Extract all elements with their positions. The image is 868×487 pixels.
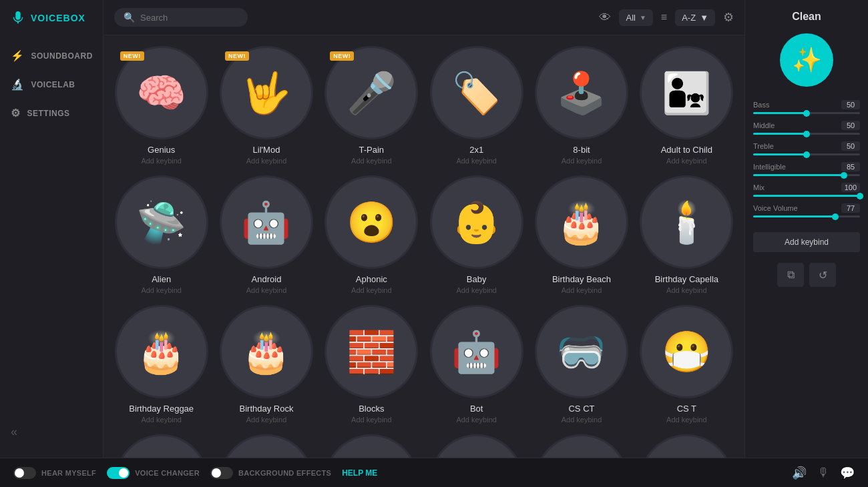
voice-keybind-tpain[interactable]: Add keybind — [351, 157, 392, 165]
voice-card-birthdayrock[interactable]: 🎂Birthday RockAdd keybind — [219, 305, 313, 424]
sidebar: VOICEBOX ⚡ SOUNDBOARD 🔬 VOICELAB ⚙ SETTI… — [0, 0, 103, 458]
voice-card-partial2[interactable]: 🎂 — [219, 434, 313, 458]
voice-card-android[interactable]: 🤖AndroidAdd keybind — [219, 175, 313, 294]
voice-name-blocks: Blocks — [359, 404, 384, 414]
voice-icon-inner-bot: 🤖 — [432, 307, 521, 396]
voice-icon-wrap-2x1: 🏷️ — [430, 46, 523, 139]
slider-label-bass: Bass — [753, 101, 769, 109]
sort-icon: ≡ — [661, 11, 667, 23]
slider-thumb-intelligible[interactable] — [841, 172, 847, 179]
voice-card-baby[interactable]: 👶BabyAdd keybind — [429, 175, 523, 294]
help-link[interactable]: HELP ME — [342, 468, 377, 478]
hear-myself-toggle-group: HEAR MYSELF — [13, 467, 96, 479]
voice-keybind-adulttochild[interactable]: Add keybind — [666, 157, 707, 165]
slider-track-treble[interactable] — [753, 153, 860, 155]
bottom-icons: 🔊 🎙 💬 — [792, 466, 855, 480]
slider-thumb-middle[interactable] — [803, 131, 810, 137]
visibility-icon[interactable]: 👁 — [599, 11, 611, 25]
voice-card-cst[interactable]: 😷CS TAdd keybind — [640, 305, 734, 424]
voice-icon-inner-android: 🤖 — [222, 177, 311, 267]
sort-dropdown[interactable]: A-Z ▼ — [675, 9, 715, 26]
voice-card-adulttochild[interactable]: 👨‍👧Adult to ChildAdd keybind — [640, 46, 734, 165]
slider-label-treble: Treble — [753, 142, 774, 150]
voice-keybind-csct[interactable]: Add keybind — [562, 416, 602, 424]
chat-icon[interactable]: 💬 — [840, 466, 855, 480]
volume-icon[interactable]: 🔊 — [792, 466, 807, 480]
voice-card-8bit[interactable]: 🕹️8-bitAdd keybind — [534, 46, 628, 165]
voice-card-lilmod[interactable]: NEW!🤟Lil'ModAdd keybind — [219, 46, 313, 165]
slider-track-intelligible[interactable] — [753, 174, 860, 176]
voice-card-birthdayreggae[interactable]: 🎂Birthday ReggaeAdd keybind — [114, 305, 208, 424]
sidebar-item-voicelab[interactable]: 🔬 VOICELAB — [0, 70, 103, 99]
slider-thumb-mix[interactable] — [857, 193, 863, 199]
voice-keybind-bot[interactable]: Add keybind — [456, 416, 497, 424]
voice-icon-inner-partial4: 👓 — [432, 436, 521, 458]
voice-card-partial5[interactable]: 🦊 — [534, 434, 628, 458]
reset-button[interactable]: ↺ — [809, 263, 836, 287]
voice-keybind-birthdayreggae[interactable]: Add keybind — [141, 416, 182, 424]
voice-card-birthdaybeach[interactable]: 🎂Birthday BeachAdd keybind — [534, 175, 628, 294]
voice-card-bot[interactable]: 🤖BotAdd keybind — [429, 305, 523, 424]
voice-card-partial4[interactable]: 👓 — [429, 434, 523, 458]
voice-keybind-2x1[interactable]: Add keybind — [456, 157, 497, 165]
slider-track-voice_volume[interactable] — [753, 215, 860, 217]
voice-keybind-blocks[interactable]: Add keybind — [351, 416, 392, 424]
voice-icon-wrap-android: 🤖 — [220, 175, 313, 269]
voice-card-birthdaycapella[interactable]: 🕯️Birthday CapellaAdd keybind — [640, 175, 734, 294]
mic-icon[interactable]: 🎙 — [817, 466, 829, 480]
voice-keybind-genius[interactable]: Add keybind — [141, 157, 182, 165]
voice-keybind-birthdaycapella[interactable]: Add keybind — [666, 286, 707, 294]
voice-card-tpain[interactable]: NEW!🎤T-PainAdd keybind — [324, 46, 419, 165]
slider-fill-treble — [753, 153, 807, 155]
voice-card-partial3[interactable]: 🧮 — [324, 434, 419, 458]
slider-thumb-voice_volume[interactable] — [832, 213, 839, 220]
add-keybind-button[interactable]: Add keybind — [753, 232, 860, 252]
voice-card-genius[interactable]: NEW!🧠GeniusAdd keybind — [114, 46, 208, 165]
voice-keybind-cst[interactable]: Add keybind — [666, 416, 707, 424]
voice-card-csct[interactable]: 🥽CS CTAdd keybind — [534, 305, 628, 424]
voice-changer-toggle[interactable] — [107, 467, 130, 479]
settings-icon: ⚙ — [11, 107, 21, 119]
sidebar-item-soundboard[interactable]: ⚡ SOUNDBOARD — [0, 41, 103, 70]
voice-keybind-alien[interactable]: Add keybind — [141, 286, 182, 294]
slider-label-intelligible: Intelligible — [753, 163, 786, 171]
voice-keybind-birthdaybeach[interactable]: Add keybind — [562, 286, 602, 294]
hear-myself-knob — [15, 468, 24, 478]
search-box[interactable]: 🔍 — [114, 8, 248, 27]
voice-name-cst: CS T — [677, 404, 696, 414]
slider-track-middle[interactable] — [753, 133, 860, 135]
slider-thumb-treble[interactable] — [803, 151, 810, 158]
voice-icon-inner-aphonic: 😮 — [327, 177, 416, 267]
sidebar-item-settings[interactable]: ⚙ SETTINGS — [0, 99, 103, 127]
panel-avatar: ✨ — [780, 33, 833, 87]
copy-button[interactable]: ⧉ — [777, 263, 804, 287]
voice-card-aphonic[interactable]: 😮AphonicAdd keybind — [324, 175, 419, 294]
voice-card-blocks[interactable]: 🧱BlocksAdd keybind — [324, 305, 419, 424]
slider-group-mix: Mix100 — [753, 183, 860, 197]
voice-name-genius: Genius — [148, 145, 175, 155]
voice-keybind-birthdayrock[interactable]: Add keybind — [246, 416, 287, 424]
voice-changer-knob — [119, 468, 128, 478]
panel-title: Clean — [753, 11, 860, 23]
slider-group-treble: Treble50 — [753, 141, 860, 155]
filter-settings-icon[interactable]: ⚙ — [723, 10, 734, 25]
voice-keybind-lilmod[interactable]: Add keybind — [246, 157, 287, 165]
voice-keybind-android[interactable]: Add keybind — [246, 286, 287, 294]
voice-card-partial6[interactable]: 🎛️ — [640, 434, 734, 458]
voice-keybind-8bit[interactable]: Add keybind — [562, 157, 602, 165]
voice-keybind-aphonic[interactable]: Add keybind — [351, 286, 392, 294]
filter-dropdown[interactable]: All ▼ — [619, 9, 652, 26]
slider-thumb-bass[interactable] — [803, 110, 810, 117]
search-input[interactable] — [140, 13, 234, 23]
voice-card-alien[interactable]: 🛸AlienAdd keybind — [114, 175, 208, 294]
voice-card-2x1[interactable]: 🏷️2x1Add keybind — [429, 46, 523, 165]
voice-icon-inner-baby: 👶 — [432, 177, 521, 267]
voice-keybind-baby[interactable]: Add keybind — [456, 286, 497, 294]
slider-track-bass[interactable] — [753, 112, 860, 114]
voice-icon-inner-adulttochild: 👨‍👧 — [642, 48, 731, 137]
sidebar-collapse-button[interactable]: « — [0, 417, 103, 447]
background-effects-toggle[interactable] — [210, 467, 233, 479]
voice-card-partial1[interactable]: 🏛️ — [114, 434, 208, 458]
hear-myself-toggle[interactable] — [13, 467, 36, 479]
slider-track-mix[interactable] — [753, 195, 860, 197]
